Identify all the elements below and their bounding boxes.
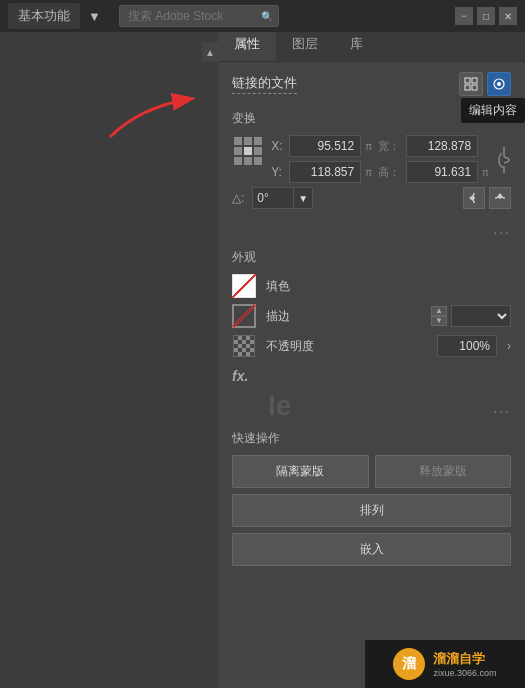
stroke-down-btn[interactable]: ▼ xyxy=(431,316,447,326)
fx-row: fx. xyxy=(232,364,511,388)
opacity-label: 不透明度 xyxy=(266,338,427,355)
h-unit: π xyxy=(482,167,489,178)
angle-dropdown[interactable]: ▼ xyxy=(293,188,312,208)
flip-icons xyxy=(463,187,511,209)
workspace-dropdown-arrow[interactable]: ▼ xyxy=(84,5,105,28)
h-input[interactable] xyxy=(406,161,478,183)
grid-dot-active xyxy=(244,147,252,155)
y-coord-group: Y: π xyxy=(271,161,372,183)
fill-label: 填色 xyxy=(266,278,511,295)
y-input[interactable] xyxy=(289,161,361,183)
arrange-btn[interactable]: 排列 xyxy=(232,494,511,527)
release-mask-btn[interactable]: 释放蒙版 xyxy=(375,455,512,488)
flip-vertical-btn[interactable] xyxy=(489,187,511,209)
quick-actions-section: 快速操作 隔离蒙版 释放蒙版 排列 嵌入 xyxy=(218,420,525,582)
grid-dot xyxy=(234,147,242,155)
y-label: Y: xyxy=(271,165,285,179)
maximize-button[interactable]: □ xyxy=(477,7,495,25)
fill-row: 填色 xyxy=(232,274,511,298)
width-label: 宽： xyxy=(378,139,400,154)
stroke-spinbox: ▲ ▼ xyxy=(431,306,447,326)
scroll-up-arrow[interactable]: ▲ xyxy=(202,42,218,62)
appearance-section: 外观 填色 xyxy=(218,241,525,396)
grid-dots xyxy=(234,137,262,165)
x-coord-group: X: π xyxy=(271,135,372,157)
opacity-row: 不透明度 › xyxy=(232,334,511,358)
grid-dot xyxy=(244,157,252,165)
opacity-input[interactable] xyxy=(437,335,497,357)
link-proportions xyxy=(497,135,511,175)
transform-reference-icon[interactable] xyxy=(232,135,263,167)
svg-rect-3 xyxy=(465,85,470,90)
w-input[interactable] xyxy=(406,135,478,157)
flip-h-icon xyxy=(467,191,481,205)
search-wrapper: 🔍 xyxy=(119,5,279,27)
grid-dot xyxy=(244,137,252,145)
x-input[interactable] xyxy=(289,135,361,157)
search-input[interactable] xyxy=(119,5,279,27)
svg-point-6 xyxy=(497,82,501,86)
panel-content: 链接的文件 xyxy=(218,62,525,688)
left-sidebar: ▲ xyxy=(0,32,218,688)
right-panel: 属性 图层 库 链接的文件 xyxy=(218,32,525,688)
chain-link-icon[interactable] xyxy=(497,145,511,175)
red-arrow-annotation xyxy=(100,87,220,150)
main-layout: ▲ 属性 图层 库 链接的文件 xyxy=(0,32,525,688)
angle-label: △: xyxy=(232,191,244,205)
grid-dot xyxy=(234,157,242,165)
flip-horizontal-btn[interactable] xyxy=(463,187,485,209)
appearance-title: 外观 xyxy=(232,249,511,266)
panel-tabs: 属性 图层 库 xyxy=(218,32,525,62)
more-options-appearance[interactable]: ... xyxy=(218,396,525,420)
stroke-up-btn[interactable]: ▲ xyxy=(431,306,447,316)
search-icon: 🔍 xyxy=(261,11,273,22)
stroke-row: 描边 ▲ ▼ xyxy=(232,304,511,328)
x-label: X: xyxy=(271,139,285,153)
more-options-transform[interactable]: ... xyxy=(218,217,525,241)
link-grid-icon xyxy=(464,77,478,91)
edit-content-btn[interactable] xyxy=(487,72,511,96)
isolate-mask-btn[interactable]: 隔离蒙版 xyxy=(232,455,369,488)
watermark-url: zixue.3066.com xyxy=(433,668,496,678)
tab-libraries[interactable]: 库 xyxy=(334,32,379,61)
fx-label[interactable]: fx. xyxy=(232,368,248,384)
grid-dot xyxy=(234,137,242,145)
watermark-logo-icon: 溜 xyxy=(393,648,425,680)
top-bar: 基本功能 ▼ 🔍 － □ ✕ xyxy=(0,0,525,32)
watermark-row: 溜 溜溜自学 zixue.3066.com xyxy=(393,648,496,680)
x-unit: π xyxy=(365,141,372,152)
grid-dot xyxy=(254,137,262,145)
y-unit: π xyxy=(365,167,372,178)
grid-dot xyxy=(254,147,262,155)
window-controls: － □ ✕ xyxy=(455,7,517,25)
tab-properties[interactable]: 属性 xyxy=(218,32,276,61)
watermark-text: 溜溜自学 zixue.3066.com xyxy=(433,650,496,678)
opacity-icon xyxy=(232,334,256,358)
svg-rect-2 xyxy=(472,78,477,83)
svg-marker-10 xyxy=(496,193,504,198)
workspace-label[interactable]: 基本功能 xyxy=(8,3,80,29)
checker-pattern xyxy=(233,335,255,357)
minimize-button[interactable]: － xyxy=(455,7,473,25)
tooltip-box: 编辑内容 xyxy=(461,98,525,123)
flip-v-icon xyxy=(493,191,507,205)
svg-rect-1 xyxy=(465,78,470,83)
tab-layers[interactable]: 图层 xyxy=(276,32,334,61)
stroke-swatch-icon xyxy=(232,304,256,328)
close-button[interactable]: ✕ xyxy=(499,7,517,25)
linked-file-icon-btn[interactable] xyxy=(459,72,483,96)
height-label: 高： xyxy=(378,165,400,180)
h-size-group: π xyxy=(406,161,489,183)
fill-swatch-icon xyxy=(232,274,256,298)
opacity-arrow[interactable]: › xyxy=(507,339,511,353)
angle-input-wrapper: ▼ xyxy=(252,187,313,209)
svg-marker-8 xyxy=(469,194,474,202)
fill-swatch[interactable] xyxy=(232,274,256,298)
stroke-type-dropdown[interactable] xyxy=(451,305,511,327)
transform-inputs: X: π 宽： Y: xyxy=(271,135,489,183)
angle-input[interactable] xyxy=(253,188,293,208)
stroke-swatch[interactable] xyxy=(232,304,256,328)
grid-dot xyxy=(254,157,262,165)
embed-btn[interactable]: 嵌入 xyxy=(232,533,511,566)
linked-file-title: 链接的文件 xyxy=(232,74,297,94)
